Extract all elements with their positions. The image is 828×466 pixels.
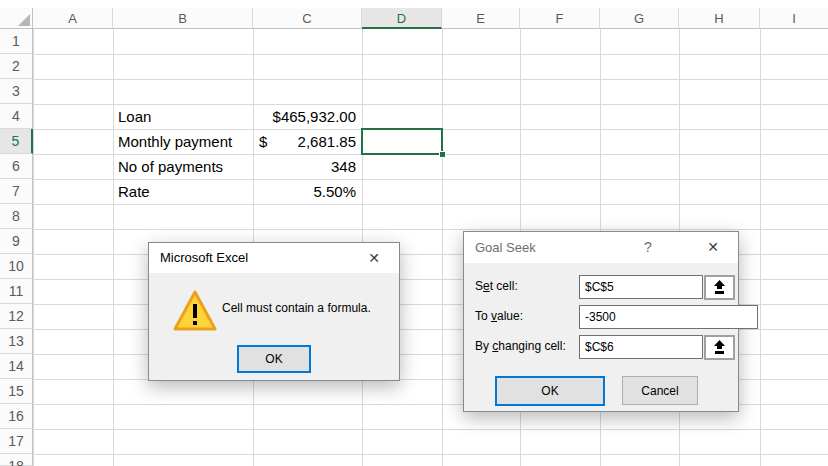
goal-seek-title: Goal Seek <box>475 240 536 255</box>
row-header-17[interactable]: 17 <box>0 429 33 454</box>
close-icon[interactable]: ✕ <box>698 232 728 262</box>
alert-titlebar[interactable]: Microsoft Excel ✕ <box>149 243 399 273</box>
column-header-B[interactable]: B <box>113 8 253 29</box>
column-header-A[interactable]: A <box>33 8 113 29</box>
by-changing-cell-input[interactable] <box>579 335 703 359</box>
row-header-4[interactable]: 4 <box>0 104 33 129</box>
row-header-2[interactable]: 2 <box>0 54 33 79</box>
gridline <box>442 29 443 466</box>
currency-symbol: $ <box>259 129 267 154</box>
alert-title: Microsoft Excel <box>160 250 248 265</box>
column-header-H[interactable]: H <box>679 8 760 29</box>
by-changing-cell-label: By changing cell: <box>475 339 566 353</box>
row-header-1[interactable]: 1 <box>0 29 33 54</box>
gridline <box>760 29 761 466</box>
gridline <box>33 79 828 80</box>
column-header-D[interactable]: D <box>362 8 442 29</box>
row-header-12[interactable]: 12 <box>0 304 33 329</box>
row-header-16[interactable]: 16 <box>0 404 33 429</box>
gridline <box>33 229 828 230</box>
by-changing-cell-row: By changing cell: <box>464 335 738 360</box>
goal-seek-titlebar[interactable]: Goal Seek ? ✕ <box>464 232 738 263</box>
row-header-15[interactable]: 15 <box>0 379 33 404</box>
cell-C5[interactable]: $ 2,681.85 <box>253 129 362 154</box>
row-header-10[interactable]: 10 <box>0 254 33 279</box>
row-header-3[interactable]: 3 <box>0 79 33 104</box>
warning-icon <box>173 290 217 332</box>
row-header-7[interactable]: 7 <box>0 179 33 204</box>
collapse-dialog-icon[interactable] <box>704 275 735 300</box>
column-header-G[interactable]: G <box>600 8 679 29</box>
gridline <box>33 54 828 55</box>
column-header-E[interactable]: E <box>442 8 520 29</box>
help-icon[interactable]: ? <box>638 232 658 262</box>
excel-alert-dialog: Microsoft Excel ✕ Cell must contain a fo… <box>148 242 400 381</box>
to-value-input[interactable] <box>579 305 758 329</box>
cell-B6[interactable]: No of payments <box>113 154 253 179</box>
cell-B4[interactable]: Loan <box>113 104 253 129</box>
gridline <box>33 454 828 455</box>
cell-B5[interactable]: Monthly payment <box>113 129 253 154</box>
gridline <box>113 29 114 466</box>
active-cell-selection-D5[interactable] <box>361 128 443 155</box>
cell-C7[interactable]: 5.50% <box>253 179 362 204</box>
set-cell-row: Set cell: <box>464 275 738 300</box>
row-header-6[interactable]: 6 <box>0 154 33 179</box>
column-header-I[interactable]: I <box>760 8 828 29</box>
column-header-C[interactable]: C <box>253 8 362 29</box>
fill-handle[interactable] <box>439 151 446 158</box>
excel-window: ABCDEFGHI123456789101112131415161718 Loa… <box>0 0 828 466</box>
close-icon[interactable]: ✕ <box>359 243 389 273</box>
alert-message: Cell must contain a formula. <box>222 301 392 315</box>
set-cell-label: Set cell: <box>475 279 518 293</box>
to-value-label: To value: <box>475 309 523 323</box>
goal-seek-ok-button[interactable]: OK <box>495 376 605 406</box>
alert-ok-button[interactable]: OK <box>237 345 311 373</box>
select-all-triangle-icon <box>18 14 30 26</box>
row-header-14[interactable]: 14 <box>0 354 33 379</box>
gridline <box>33 29 34 466</box>
column-header-F[interactable]: F <box>520 8 600 29</box>
gridline <box>33 204 828 205</box>
row-header-18[interactable]: 18 <box>0 454 33 466</box>
goal-seek-dialog: Goal Seek ? ✕ Set cell: To value: By cha… <box>463 231 739 412</box>
goal-seek-cancel-button[interactable]: Cancel <box>622 376 698 405</box>
gridline <box>33 429 828 430</box>
cell-C6[interactable]: 348 <box>253 154 362 179</box>
cell-C4[interactable]: $465,932.00 <box>253 104 362 129</box>
select-all-corner[interactable] <box>0 8 33 29</box>
cell-B7[interactable]: Rate <box>113 179 253 204</box>
collapse-dialog-icon[interactable] <box>704 335 735 360</box>
to-value-row: To value: <box>464 305 738 330</box>
row-header-11[interactable]: 11 <box>0 279 33 304</box>
cell-C5-amount: 2,681.85 <box>298 129 356 154</box>
set-cell-input[interactable] <box>579 275 703 299</box>
row-header-13[interactable]: 13 <box>0 329 33 354</box>
row-header-5[interactable]: 5 <box>0 129 33 154</box>
row-header-8[interactable]: 8 <box>0 204 33 229</box>
row-header-9[interactable]: 9 <box>0 229 33 254</box>
alert-body: Cell must contain a formula. OK <box>149 273 399 381</box>
